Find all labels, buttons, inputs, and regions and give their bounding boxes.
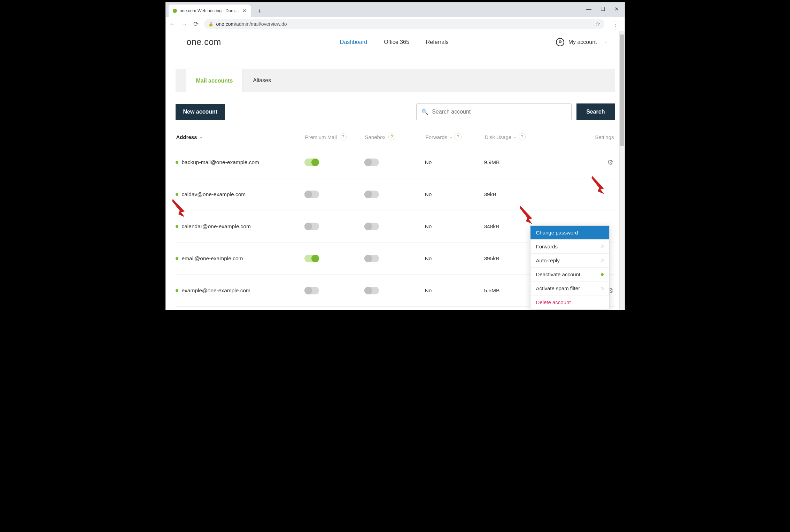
favicon-icon xyxy=(173,9,177,13)
status-indicator xyxy=(601,259,604,262)
page-tabs: Mail accounts Aliases xyxy=(176,69,615,92)
new-tab-button[interactable]: + xyxy=(254,5,265,17)
url-path: /admin/mail/overview.do xyxy=(235,21,287,27)
tab-title: one.com Web hosting - Domain... xyxy=(180,8,240,13)
chevron-down-icon: ⌄ xyxy=(513,135,517,139)
tab-aliases[interactable]: Aliases xyxy=(243,69,281,92)
search-icon: 🔍 xyxy=(421,109,428,115)
status-indicator xyxy=(601,287,604,290)
sanebox-toggle[interactable] xyxy=(364,255,379,262)
forwards-value: No xyxy=(425,191,484,198)
premium-toggle[interactable] xyxy=(304,255,319,262)
help-icon[interactable]: ? xyxy=(388,133,395,140)
site-header: one.com Dashboard Office 365 Referrals M… xyxy=(166,31,625,53)
premium-toggle[interactable] xyxy=(304,191,319,198)
col-disk-usage[interactable]: Disk Usage ⌄ ? xyxy=(485,133,543,140)
email-address: caldav@one-example.com xyxy=(182,191,246,198)
col-sanebox: Sanebox ? xyxy=(365,133,426,140)
annotation-arrow xyxy=(518,205,536,225)
nav-dashboard[interactable]: Dashboard xyxy=(340,39,367,45)
address-cell: email@one-example.com xyxy=(176,255,304,262)
account-menu[interactable]: My account ⌄ xyxy=(556,38,607,46)
account-label: My account xyxy=(568,39,597,45)
sanebox-toggle[interactable] xyxy=(364,287,379,294)
email-address: example@one-example.com xyxy=(182,287,251,294)
nav-referrals[interactable]: Referrals xyxy=(426,39,449,45)
maximize-icon[interactable]: ☐ xyxy=(600,6,606,12)
scrollbar[interactable] xyxy=(619,31,625,310)
status-indicator xyxy=(601,245,604,248)
menu-auto-reply[interactable]: Auto-reply xyxy=(530,254,609,268)
col-address[interactable]: Address ⌄ xyxy=(176,134,305,140)
svg-marker-2 xyxy=(520,206,532,224)
menu-change-password[interactable]: Change password xyxy=(530,226,609,240)
close-icon[interactable]: ✕ xyxy=(614,6,620,12)
bookmark-star-icon[interactable]: ☆ xyxy=(595,21,600,27)
menu-forwards[interactable]: Forwards xyxy=(530,240,609,254)
forwards-value: No xyxy=(425,223,484,230)
col-forwards[interactable]: Forwards ⌄ ? xyxy=(426,133,485,140)
annotation-arrow xyxy=(590,175,607,195)
sanebox-toggle[interactable] xyxy=(364,223,379,230)
email-address: backup-mail@one-example.com xyxy=(182,159,260,165)
sanebox-toggle[interactable] xyxy=(364,159,379,166)
status-dot-icon xyxy=(176,225,178,228)
chevron-down-icon: ⌄ xyxy=(604,40,607,44)
status-dot-icon xyxy=(176,289,178,292)
disk-value: 39kB xyxy=(484,191,543,198)
forwards-value: No xyxy=(425,287,484,294)
nav-office365[interactable]: Office 365 xyxy=(384,39,409,45)
status-dot-icon xyxy=(176,257,178,260)
status-dot-icon xyxy=(176,161,178,164)
search-button[interactable]: Search xyxy=(576,103,614,120)
browser-menu-icon[interactable]: ⋮ xyxy=(609,20,622,28)
browser-tab[interactable]: one.com Web hosting - Domain... ✕ xyxy=(169,5,251,17)
url-domain: one.com xyxy=(216,21,235,27)
premium-toggle[interactable] xyxy=(304,223,319,230)
new-account-button[interactable]: New account xyxy=(176,104,225,120)
table-row: backup-mail@one-example.comNo9.9MB⚙ xyxy=(176,146,615,178)
menu-activate-spam-filter[interactable]: Activate spam filter xyxy=(530,282,609,295)
email-address: calendar@one-example.com xyxy=(182,223,251,230)
premium-toggle[interactable] xyxy=(304,287,319,294)
address-cell: caldav@one-example.com xyxy=(176,191,304,198)
table-header: Address ⌄ Premium Mail ? Sanebox ? Forwa… xyxy=(176,133,615,146)
status-indicator xyxy=(601,273,604,276)
search-account-box[interactable]: 🔍 xyxy=(416,103,572,120)
browser-tab-strip: one.com Web hosting - Domain... ✕ + xyxy=(166,2,625,17)
url-input[interactable]: 🔒 one.com/admin/mail/overview.do ☆ xyxy=(204,19,604,29)
tab-close-icon[interactable]: ✕ xyxy=(242,8,247,14)
disk-value: 9.9MB xyxy=(484,159,543,165)
col-settings: Settings xyxy=(543,134,614,140)
table-row: caldav@one-example.comNo39kB xyxy=(176,178,615,210)
minimize-icon[interactable]: — xyxy=(586,6,592,12)
menu-deactivate-account[interactable]: Deactivate account xyxy=(530,268,609,282)
menu-delete-account[interactable]: Delete account xyxy=(530,295,609,309)
window-controls[interactable]: — ☐ ✕ xyxy=(586,6,620,12)
chevron-down-icon: ⌄ xyxy=(199,135,202,139)
sanebox-toggle[interactable] xyxy=(364,191,379,198)
help-icon[interactable]: ? xyxy=(340,133,347,140)
forwards-value: No xyxy=(425,255,484,262)
scrollbar-thumb[interactable] xyxy=(620,34,624,146)
gear-icon[interactable]: ⚙ xyxy=(607,158,613,167)
status-dot-icon xyxy=(176,193,178,196)
address-cell: calendar@one-example.com xyxy=(176,223,304,230)
back-button[interactable]: ← xyxy=(169,21,176,27)
help-icon[interactable]: ? xyxy=(455,133,462,140)
premium-toggle[interactable] xyxy=(304,159,319,166)
lock-icon: 🔒 xyxy=(208,22,214,26)
chevron-down-icon: ⌄ xyxy=(449,135,452,139)
address-cell: backup-mail@one-example.com xyxy=(176,159,304,165)
address-cell: example@one-example.com xyxy=(176,287,304,294)
user-icon xyxy=(556,38,564,46)
reload-button[interactable]: ⟳ xyxy=(192,21,200,27)
search-input[interactable] xyxy=(432,109,566,115)
email-address: email@one-example.com xyxy=(182,255,243,262)
logo[interactable]: one.com xyxy=(187,37,221,47)
tab-mail-accounts[interactable]: Mail accounts xyxy=(186,69,243,92)
forwards-value: No xyxy=(425,159,484,165)
forward-button[interactable]: → xyxy=(180,21,188,27)
help-icon[interactable]: ? xyxy=(519,133,526,140)
settings-dropdown: Change password Forwards Auto-reply Deac… xyxy=(530,225,610,309)
